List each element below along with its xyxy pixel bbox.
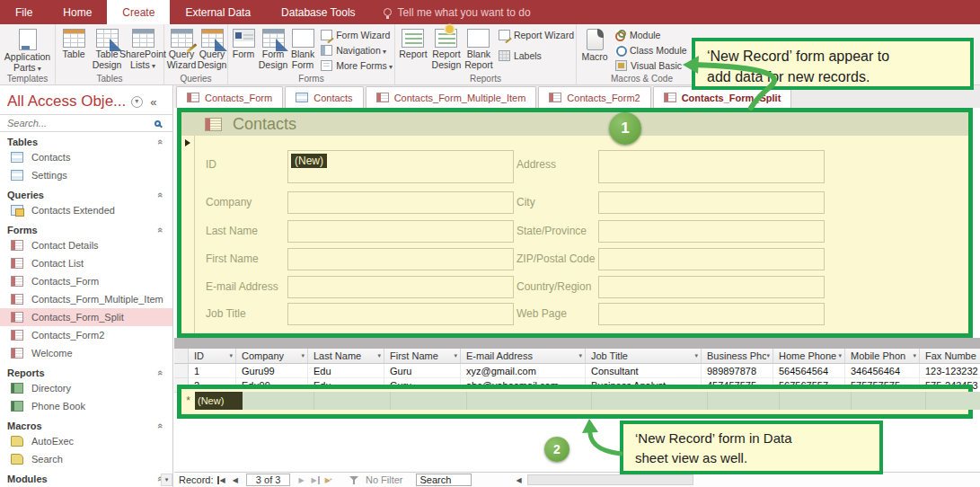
nav-item-contacts-form2[interactable]: Contacts_Form2 [0, 326, 172, 344]
chevron-down-icon[interactable] [913, 352, 916, 359]
more-forms-button[interactable]: More Forms [321, 59, 393, 72]
split-form-splitter[interactable] [174, 338, 980, 349]
column-header-fax-number[interactable]: Fax Numbe [920, 349, 980, 364]
chevron-down-icon[interactable] [578, 352, 582, 359]
last-record-button[interactable] [310, 476, 320, 484]
filter-icon[interactable] [349, 475, 359, 485]
input-last-name[interactable] [287, 220, 514, 243]
nav-section-modules[interactable]: Modules [0, 472, 172, 485]
cell-business-phone[interactable]: 989897878 [702, 364, 773, 378]
form-record-selector[interactable] [181, 136, 195, 333]
previous-record-button[interactable] [231, 476, 240, 484]
input-web-page[interactable] [598, 303, 825, 325]
nav-item-contacts-form-multiple-item[interactable]: Contacts_Form_Multiple_Item [0, 290, 172, 308]
nav-item-search-macro[interactable]: Search [0, 450, 172, 468]
chevron-down-icon[interactable] [301, 352, 305, 359]
new-record-cell[interactable] [852, 392, 926, 410]
new-record-cell[interactable] [592, 392, 708, 410]
cell-mobile-phone[interactable]: 346456464 [845, 364, 920, 378]
input-company[interactable] [287, 191, 514, 214]
column-header-job-title[interactable]: Job Title [586, 349, 702, 364]
new-record-id-cell[interactable]: (New) [195, 392, 243, 410]
nav-pane-menu-icon[interactable] [131, 96, 143, 108]
new-record-cell[interactable] [708, 392, 780, 410]
chevron-down-icon[interactable] [694, 352, 698, 359]
new-record-button[interactable] [323, 476, 333, 484]
column-header-home-phone[interactable]: Home Phone [773, 349, 845, 364]
nav-search-bar[interactable]: Search... [0, 114, 173, 132]
cell-company[interactable]: Guru99 [236, 364, 308, 378]
cell-fax-number[interactable]: 123-123232 [920, 364, 980, 378]
cell-last-name[interactable]: Edu [308, 364, 384, 378]
blank-form-button[interactable]: Blank Form [289, 27, 316, 73]
nav-item-settings-table[interactable]: Settings [0, 166, 172, 184]
cell-job-title[interactable]: Consultant [586, 364, 702, 378]
first-record-button[interactable] [217, 476, 227, 484]
input-email-address[interactable] [287, 276, 514, 298]
column-header-id[interactable]: ID [189, 349, 236, 364]
form-button[interactable]: Form [230, 27, 257, 62]
cell-id[interactable]: 1 [189, 364, 236, 378]
navigation-button[interactable]: Navigation [321, 44, 393, 57]
nav-section-tables[interactable]: Tables [0, 135, 172, 148]
nav-search-input[interactable]: Search... [7, 118, 155, 128]
class-module-button[interactable]: Class Module [615, 44, 687, 57]
input-city[interactable] [598, 191, 825, 214]
nav-item-phone-book[interactable]: Phone Book [0, 397, 172, 415]
chevron-down-icon[interactable] [838, 352, 842, 359]
nav-item-contact-details[interactable]: Contact Details [0, 236, 172, 254]
cell-home-phone[interactable]: 564564564 [773, 364, 845, 378]
application-parts-button[interactable]: Application Parts [2, 27, 53, 75]
cell-email[interactable]: xyz@gmail.com [461, 364, 586, 378]
nav-item-contacts-form-split[interactable]: Contacts_Form_Split [0, 308, 172, 326]
table-button[interactable]: Table [57, 27, 90, 62]
tab-external-data[interactable]: External Data [170, 0, 266, 24]
blank-report-button[interactable]: Blank Report [464, 27, 494, 73]
collapse-chevron-icon[interactable] [155, 369, 166, 375]
collapse-chevron-icon[interactable] [155, 226, 166, 232]
chevron-down-icon[interactable] [229, 352, 233, 359]
record-search-input[interactable]: Search [416, 474, 472, 486]
doc-tab-contacts-form2[interactable]: Contacts_Form2 [538, 86, 650, 108]
hscroll-thumb[interactable] [527, 474, 693, 485]
nav-item-directory[interactable]: Directory [0, 379, 172, 397]
nav-item-autoexec[interactable]: AutoExec [0, 432, 172, 450]
tab-home[interactable]: Home [48, 0, 107, 24]
query-wizard-button[interactable]: Query Wizard [166, 27, 197, 73]
new-record-cell[interactable] [314, 392, 391, 410]
doc-tab-contacts-form[interactable]: Contacts_Form [176, 86, 283, 108]
form-design-button[interactable]: Form Design [257, 27, 289, 73]
scrollbar-down-button[interactable] [161, 474, 172, 486]
nav-section-forms[interactable]: Forms [0, 223, 172, 236]
nav-section-macros[interactable]: Macros [0, 419, 172, 432]
module-button[interactable]: Module [615, 29, 687, 41]
collapse-chevron-icon[interactable] [155, 138, 166, 144]
column-header-last-name[interactable]: Last Name [308, 349, 384, 364]
nav-section-queries[interactable]: Queries [0, 188, 172, 201]
column-header-company[interactable]: Company [236, 349, 308, 364]
chevron-down-icon[interactable] [766, 352, 770, 359]
new-record-cell[interactable] [243, 392, 314, 410]
table-row[interactable]: 1 Guru99 Edu Guru xyz@gmail.com Consulta… [174, 364, 980, 378]
sharepoint-lists-button[interactable]: SharePoint Lists [124, 27, 162, 73]
hscroll-left-button[interactable] [516, 476, 522, 484]
input-job-title[interactable] [287, 303, 514, 325]
collapse-chevron-icon[interactable] [155, 422, 166, 428]
tab-create[interactable]: Create [107, 0, 170, 24]
next-record-button[interactable] [296, 476, 305, 484]
doc-tab-contacts-form-multiple-item[interactable]: Contacts_Form_Multiple_Item [366, 86, 537, 108]
tab-file[interactable]: File [0, 0, 48, 24]
nav-section-reports[interactable]: Reports [0, 366, 172, 379]
report-button[interactable]: Report [397, 27, 429, 62]
new-record-cell[interactable] [391, 392, 467, 410]
doc-tab-contacts[interactable]: Contacts [285, 86, 363, 108]
chevron-down-icon[interactable] [377, 352, 381, 359]
input-country-region[interactable] [598, 276, 825, 298]
new-record-cell[interactable] [780, 392, 852, 410]
tell-me-box[interactable]: Tell me what you want to do [371, 0, 531, 24]
nav-item-welcome[interactable]: Welcome [0, 344, 172, 362]
new-record-cell[interactable] [926, 392, 980, 410]
row-selector[interactable] [174, 364, 189, 378]
report-design-button[interactable]: Report Design [429, 27, 464, 73]
nav-item-contacts-form[interactable]: Contacts_Form [0, 272, 172, 290]
